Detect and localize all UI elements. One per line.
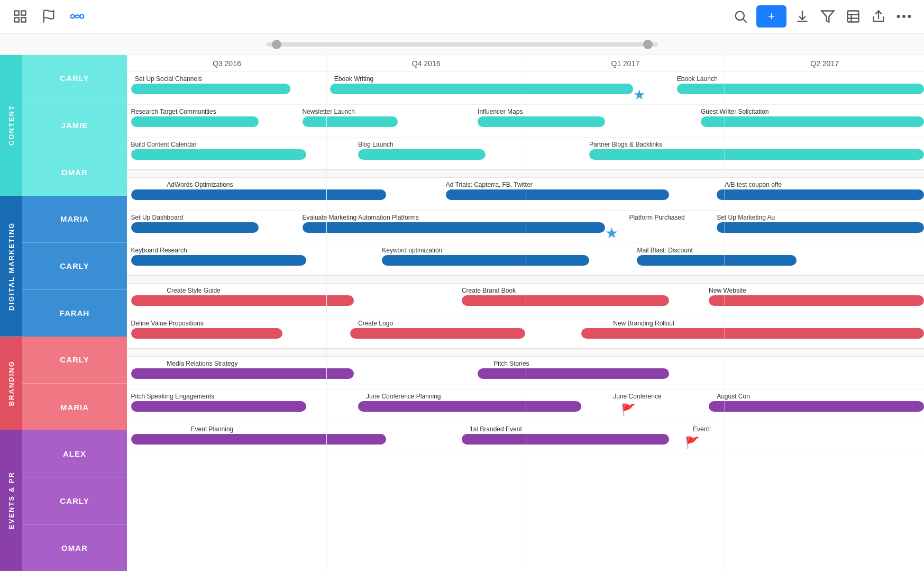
section-label-content: CONTENT [0,55,22,196]
add-button[interactable]: + [756,5,786,28]
bar-pitch-stories[interactable] [478,368,669,379]
bar-ab-test[interactable] [717,189,924,200]
bar-research[interactable] [131,116,259,127]
flag-event: 🚩 [685,436,699,450]
svg-line-8 [743,19,746,22]
member-maria-dm[interactable]: MARIA [22,196,127,243]
grid-icon[interactable] [11,7,30,26]
svg-point-7 [736,12,744,20]
label-blog-launch: Blog Launch [358,141,394,148]
bar-blog-launch[interactable] [358,149,486,160]
svg-point-5 [71,15,75,19]
bar-keyboard[interactable] [131,255,307,266]
bar-dashboard[interactable] [131,222,259,233]
label-create-logo: Create Logo [358,320,393,327]
bar-guest-writer[interactable] [701,116,924,127]
bar-content-calendar[interactable] [131,149,307,160]
label-ab-test: A/B test coupon offe [725,181,782,188]
bar-style-guide[interactable] [131,295,354,306]
download-icon[interactable] [793,7,812,26]
member-carly-content[interactable]: CARLY [22,55,127,102]
bar-keyword[interactable] [382,255,589,266]
bar-setup-marketing[interactable] [717,222,924,233]
bar-august-con[interactable] [709,401,924,412]
label-august-con: August Con [717,393,750,400]
bar-event-planning[interactable] [131,434,386,445]
bar-partner-blogs[interactable] [589,149,924,160]
label-setup-marketing: Set Up Marketing Au [717,214,775,221]
bar-new-website[interactable] [709,295,924,306]
member-farah-dm[interactable]: FARAH [22,290,127,337]
toolbar: + [0,0,924,34]
label-ebook-launch: Ebook Launch [677,75,718,83]
label-mail-blast: Mail Blast: Discount [637,247,692,254]
label-keyboard: Keyboard Research [131,247,187,254]
bar-value-prop[interactable] [131,328,282,339]
bar-pitch-speaking[interactable] [131,401,307,412]
member-carly-branding[interactable]: CARLY [22,337,127,384]
label-value-prop: Define Value Propositions [131,320,204,327]
bar-influencer[interactable] [478,116,605,127]
section-label-events: EVENTS & PR [0,430,22,571]
label-partner-blogs: Partner Blogs & Backlinks [589,141,662,148]
section-members-branding: CARLY MARIA [22,337,127,430]
label-new-website: New Website [709,287,746,294]
quarter-q4-2016: Q4 2016 [326,55,526,71]
main-content: CONTENT CARLY JAMIE OMAR DIGITAL MARKETI… [0,55,924,571]
bar-branding-rollout[interactable] [581,328,924,339]
member-carly-dm[interactable]: CARLY [22,243,127,290]
member-omar-content[interactable]: OMAR [22,149,127,196]
member-maria-branding[interactable]: MARIA [22,384,127,430]
toolbar-left [11,7,87,26]
bar-branded-event[interactable] [462,434,669,445]
slider-handle-left[interactable] [272,40,281,49]
label-brand-book: Create Brand Book [462,287,516,294]
quarter-headers: Q3 2016 Q4 2016 Q1 2017 Q2 2017 [127,55,924,72]
flag-icon[interactable] [39,7,58,26]
label-influencer: Influencer Maps [478,108,523,115]
label-research: Research Target Communities [131,108,216,115]
quarter-q1-2017: Q1 2017 [526,55,725,71]
filter-icon[interactable] [818,7,837,26]
table-icon[interactable] [844,7,863,26]
quarter-q3-2016: Q3 2016 [127,55,326,71]
toolbar-right: + [731,5,913,28]
svg-rect-11 [848,11,859,22]
bar-ebook-launch[interactable] [677,84,924,94]
label-platform: Platform Purchased [629,214,684,221]
bar-adwords[interactable] [131,189,386,200]
label-style-guide: Create Style Guide [167,287,220,294]
flag-june-conf: 🚩 [621,403,635,417]
bar-mail-blast[interactable] [637,255,796,266]
bar-media-relations[interactable] [131,368,354,379]
bar-newsletter[interactable] [303,116,398,127]
bar-setup-social[interactable] [131,84,290,94]
member-jamie-content[interactable]: JAMIE [22,102,127,149]
label-branded-event: 1st Branded Event [470,425,522,433]
slider-handle-right[interactable] [643,40,653,49]
section-members-content: CARLY JAMIE OMAR [22,55,127,196]
label-june-conf-plan: June Conference Planning [366,393,441,400]
sidebar: CONTENT CARLY JAMIE OMAR DIGITAL MARKETI… [0,55,127,571]
svg-point-16 [897,15,900,18]
label-content-calendar: Build Content Calendar [131,141,197,148]
timeline-slider[interactable] [0,34,924,55]
filter-connections-icon[interactable] [68,7,87,26]
bar-eval-marketing[interactable] [303,222,606,233]
member-omar-events[interactable]: OMAR [22,524,127,571]
bar-brand-book[interactable] [462,295,669,306]
bar-ad-trials[interactable] [446,189,669,200]
search-icon[interactable] [731,7,750,26]
label-ad-trials: Ad Trials: Capterra, FB, Twitter [446,181,533,188]
section-content: CONTENT CARLY JAMIE OMAR [0,55,127,196]
more-icon[interactable] [894,7,913,26]
member-alex-events[interactable]: ALEX [22,430,127,477]
svg-rect-2 [15,17,19,22]
bar-ebook-writing[interactable] [330,84,633,94]
member-carly-events[interactable]: CARLY [22,477,127,524]
bar-june-conf-plan[interactable] [358,401,581,412]
bar-create-logo[interactable] [350,328,526,339]
section-branding: BRANDING CARLY MARIA [0,337,127,430]
export-icon[interactable] [869,7,888,26]
label-newsletter: Newsletter Launch [303,108,355,115]
